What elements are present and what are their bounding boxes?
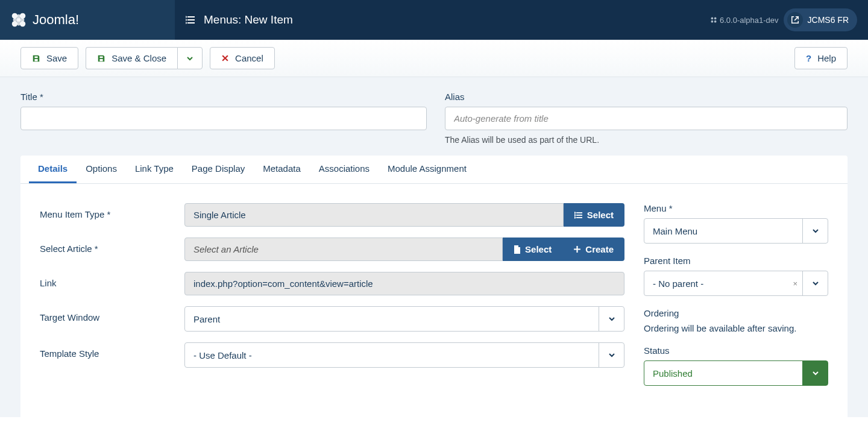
svg-point-19: [574, 212, 575, 213]
chevron-down-icon: [802, 219, 828, 243]
brand-text: Joomla!: [33, 12, 79, 28]
help-button[interactable]: ? Help: [794, 47, 848, 69]
template-style-label: Template Style: [40, 342, 184, 359]
chevron-down-icon: [599, 307, 624, 331]
page-title-text: Menus: New Item: [204, 13, 293, 27]
menu-select[interactable]: Main Menu: [644, 218, 828, 244]
brand-logo[interactable]: Joomla!: [0, 0, 175, 40]
help-icon: ?: [806, 53, 811, 63]
title-input[interactable]: [20, 107, 427, 130]
svg-point-2: [12, 21, 17, 27]
save-icon: [97, 54, 105, 63]
svg-point-15: [714, 20, 717, 23]
svg-point-9: [186, 17, 186, 17]
plus-icon: [573, 245, 581, 253]
ordering-text: Ordering will be available after saving.: [644, 323, 828, 333]
tab-page-display[interactable]: Page Display: [183, 156, 254, 183]
tab-details[interactable]: Details: [29, 156, 77, 183]
cancel-button[interactable]: Cancel: [210, 47, 275, 69]
tab-associations[interactable]: Associations: [310, 156, 379, 183]
select-article-label: Select Article *: [40, 238, 184, 254]
template-style-select[interactable]: - Use Default -: [184, 342, 624, 368]
svg-point-13: [714, 17, 717, 20]
alias-label: Alias: [445, 92, 848, 102]
file-icon: [514, 245, 521, 254]
site-name: JCMS6 FR: [808, 15, 849, 25]
select-article-placeholder: Select an Article: [184, 238, 503, 261]
menu-label: Menu *: [644, 203, 828, 213]
clear-parent-icon[interactable]: ×: [788, 279, 802, 288]
save-icon: [32, 54, 40, 63]
tab-link-type[interactable]: Link Type: [126, 156, 183, 183]
status-label: Status: [644, 345, 828, 356]
tab-options[interactable]: Options: [77, 156, 126, 183]
joomla-icon-small: [710, 16, 717, 24]
svg-point-12: [711, 17, 713, 20]
close-icon: [221, 54, 229, 62]
svg-point-1: [20, 13, 25, 19]
parent-label: Parent Item: [644, 256, 828, 266]
target-window-label: Target Window: [40, 306, 184, 322]
save-close-button[interactable]: Save & Close: [86, 47, 177, 69]
list-icon: [574, 211, 583, 219]
page-title: Menus: New Item: [186, 13, 293, 27]
svg-point-21: [574, 217, 575, 218]
svg-rect-5: [13, 18, 25, 22]
joomla-icon: [10, 11, 28, 29]
svg-point-20: [574, 215, 575, 216]
title-label: Title *: [20, 92, 427, 102]
svg-point-11: [186, 23, 186, 24]
version: 6.0.0-alpha1-dev: [710, 16, 779, 25]
chevron-down-icon: [802, 361, 828, 385]
save-button[interactable]: Save: [20, 47, 78, 69]
select-article-button[interactable]: Select: [503, 238, 562, 261]
menu-item-type-label: Menu Item Type *: [40, 203, 184, 219]
external-link-icon: [787, 12, 803, 28]
chevron-down-icon: [802, 271, 828, 295]
alias-input[interactable]: [445, 107, 848, 130]
alias-help-text: The Alias will be used as part of the UR…: [445, 135, 848, 145]
ordering-label: Ordering: [644, 308, 828, 318]
status-select[interactable]: Published: [644, 360, 828, 386]
list-icon: [186, 14, 197, 25]
link-value: index.php?option=com_content&view=articl…: [184, 272, 624, 295]
save-dropdown-button[interactable]: [177, 47, 203, 69]
tab-metadata[interactable]: Metadata: [254, 156, 310, 183]
menu-item-type-value: Single Article: [184, 203, 564, 227]
svg-point-0: [12, 13, 17, 19]
tab-module-assignment[interactable]: Module Assignment: [379, 156, 476, 183]
select-type-button[interactable]: Select: [564, 203, 624, 227]
svg-point-10: [186, 20, 186, 20]
chevron-down-icon: [186, 55, 193, 62]
create-article-button[interactable]: Create: [562, 238, 624, 261]
link-label: Link: [40, 272, 184, 288]
target-window-select[interactable]: Parent: [184, 306, 624, 332]
svg-point-14: [711, 20, 713, 23]
chevron-down-icon: [599, 343, 624, 367]
tabs: Details Options Link Type Page Display M…: [20, 156, 848, 184]
svg-point-3: [20, 21, 25, 27]
site-launch-link[interactable]: JCMS6 FR: [784, 8, 857, 31]
parent-select[interactable]: - No parent - ×: [644, 271, 828, 296]
